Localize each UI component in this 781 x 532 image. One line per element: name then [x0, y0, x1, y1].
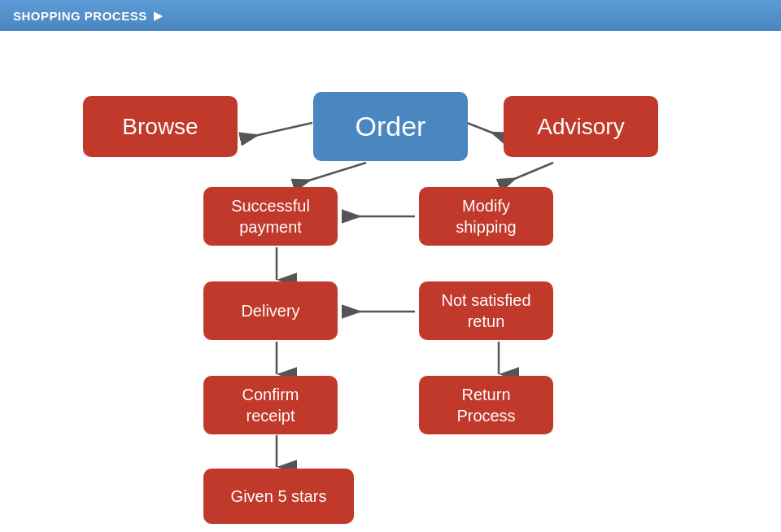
confirm-receipt-node: Confirm receipt [203, 376, 338, 434]
modify-shipping-node: Modify shipping [419, 187, 553, 246]
header-arrow: ▶ [154, 8, 164, 23]
svg-line-3 [240, 123, 312, 139]
not-satisfied-node: Not satisfied retun [419, 281, 553, 340]
delivery-node: Delivery [203, 281, 338, 340]
browse-node: Browse [83, 96, 238, 157]
svg-line-5 [293, 163, 366, 185]
svg-line-6 [499, 163, 553, 185]
header-title: SHOPPING PROCESS [13, 9, 147, 23]
advisory-node: Advisory [504, 96, 658, 157]
diagram-area: Browse Order Advisory Successful payment… [0, 31, 781, 532]
successful-payment-node: Successful payment [203, 187, 338, 246]
return-process-node: Return Process [419, 376, 553, 434]
given-5-stars-node: Given 5 stars [203, 469, 354, 524]
header: SHOPPING PROCESS ▶ [0, 0, 781, 31]
order-node: Order [313, 92, 468, 161]
svg-line-4 [467, 123, 508, 139]
